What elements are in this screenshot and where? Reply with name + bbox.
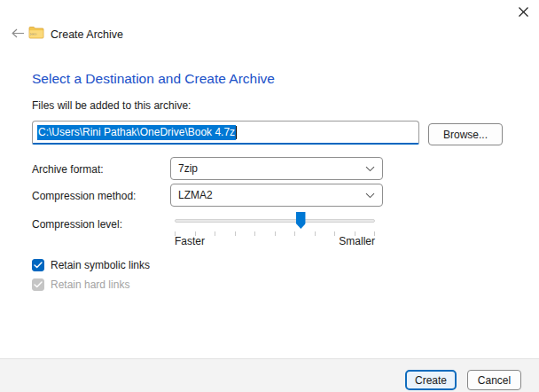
close-icon: [519, 7, 528, 17]
checkmark-icon: [34, 281, 43, 288]
browse-button-label: Browse...: [443, 129, 488, 141]
close-button[interactable]: [512, 2, 534, 21]
create-button-label: Create: [415, 374, 447, 387]
chevron-down-icon: [365, 192, 375, 199]
slider-max-label: Smaller: [339, 235, 375, 247]
create-button[interactable]: Create: [405, 370, 457, 390]
archive-format-value: 7zip: [178, 162, 365, 175]
zipped-folder-icon: [28, 26, 44, 40]
chevron-down-icon: [365, 166, 375, 172]
page-heading: Select a Destination and Create Archive: [32, 71, 275, 87]
compression-level-slider[interactable]: [175, 211, 375, 238]
back-arrow-icon: [12, 28, 25, 38]
wizard-title: Create Archive: [51, 28, 123, 41]
slider-thumb[interactable]: [296, 212, 306, 229]
footer-bar: Create Cancel: [0, 358, 539, 392]
checkbox-label: Retain symbolic links: [51, 259, 150, 271]
cancel-button-label: Cancel: [478, 374, 511, 387]
compression-method-select[interactable]: LZMA2: [170, 184, 383, 207]
checkbox-box: [32, 259, 44, 271]
destination-input[interactable]: C:\Users\Rini Pathak\OneDrive\Book 4.7z: [32, 121, 419, 145]
text-caret: [236, 126, 237, 139]
destination-input-selected-text: C:\Users\Rini Pathak\OneDrive\Book 4.7z: [37, 125, 236, 140]
compression-method-value: LZMA2: [178, 189, 365, 201]
compression-method-label: Compression method:: [32, 190, 136, 202]
compression-level-label: Compression level:: [32, 218, 122, 231]
archive-format-select[interactable]: 7zip: [170, 157, 383, 180]
destination-label: Files will be added to this archive:: [32, 99, 191, 112]
create-archive-dialog: Create Archive Select a Destination and …: [0, 0, 539, 392]
slider-min-label: Faster: [175, 235, 205, 247]
cancel-button[interactable]: Cancel: [467, 370, 521, 390]
checkbox-label: Retain hard links: [51, 278, 129, 291]
checkbox-box: [32, 278, 44, 291]
checkbox-retain-symbolic-links[interactable]: Retain symbolic links: [32, 259, 150, 271]
back-button[interactable]: [7, 24, 28, 42]
archive-format-label: Archive format:: [32, 163, 104, 176]
checkbox-retain-hard-links: Retain hard links: [32, 278, 129, 291]
checkmark-icon: [34, 262, 43, 269]
slider-track[interactable]: [175, 219, 375, 223]
browse-button[interactable]: Browse...: [428, 123, 503, 145]
